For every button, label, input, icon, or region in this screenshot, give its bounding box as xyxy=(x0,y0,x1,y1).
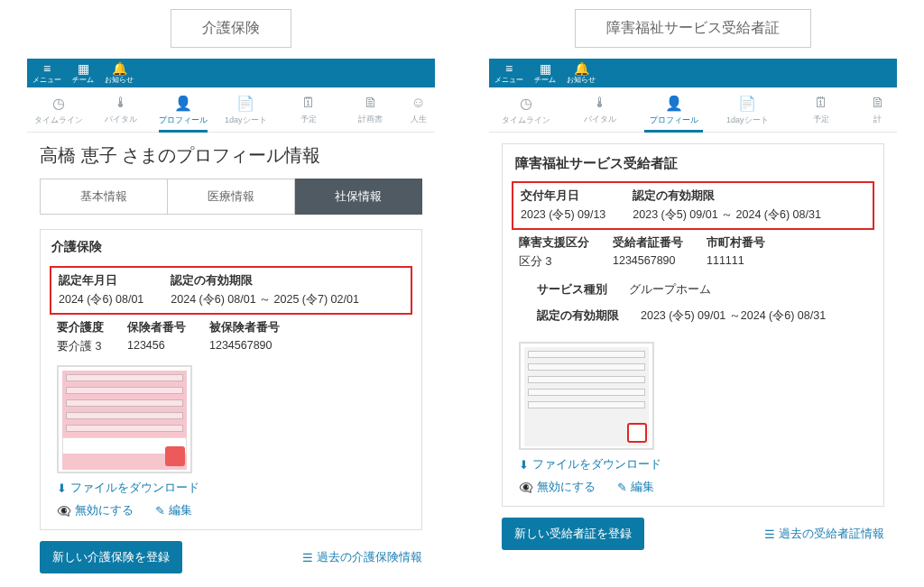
city-no-label: 市町村番号 xyxy=(707,235,765,251)
plan-icon: 🗎 xyxy=(860,95,895,111)
insured-no-value: 1234567890 xyxy=(209,339,280,352)
certificate-thumbnail[interactable] xyxy=(519,342,654,450)
plan-icon: 🗎 xyxy=(341,95,400,111)
tabbar: ◷ タイムライン 🌡 バイタル 👤 プロフィール 📄 1dayシート 🗓 予定 … xyxy=(27,87,435,133)
bell-icon: 🔔 xyxy=(567,62,596,75)
clock-icon: ◷ xyxy=(29,95,88,112)
user-icon: 👤 xyxy=(639,95,709,112)
highlight-box: 認定年月日 2024 (令6) 08/01 認定の有効期限 2024 (令6) … xyxy=(50,266,412,315)
notice-button[interactable]: 🔔 お知らせ xyxy=(567,62,596,85)
edit-action[interactable]: ✎ 編集 xyxy=(617,480,654,495)
issue-date-label: 交付年月日 xyxy=(521,188,605,204)
download-link[interactable]: ⬇ ファイルをダウンロード xyxy=(519,457,661,472)
register-button[interactable]: 新しい受給者証を登録 xyxy=(502,518,644,550)
tab-profile[interactable]: 👤 プロフィール xyxy=(637,91,711,132)
cert-no-value: 1234567890 xyxy=(613,254,683,267)
tab-timeline[interactable]: ◷ タイムライン xyxy=(489,91,563,132)
certificate-thumbnail[interactable] xyxy=(57,365,192,473)
subtab-social[interactable]: 社保情報 xyxy=(295,179,422,215)
register-button[interactable]: 新しい介護保険を登録 xyxy=(40,541,182,573)
grid-icon: ▦ xyxy=(534,62,556,75)
user-icon: 👤 xyxy=(153,95,212,112)
page-title: 高橋 恵子 さまのプロフィール情報 xyxy=(40,143,422,168)
menu-button[interactable]: ≡ メニュー xyxy=(32,62,61,85)
cert-no-label: 受給者証番号 xyxy=(613,235,683,251)
list-icon: ☰ xyxy=(302,551,313,564)
insurer-no-label: 保険者番号 xyxy=(127,320,186,335)
care-level-value: 要介護 3 xyxy=(57,339,104,354)
download-link[interactable]: ⬇ ファイルをダウンロード xyxy=(57,481,199,496)
team-button[interactable]: ▦ チーム xyxy=(534,62,556,85)
disable-action[interactable]: 👁‍🗨 無効にする xyxy=(519,480,596,495)
service-period-value: 2023 (令5) 09/01 ～2024 (令6) 08/31 xyxy=(641,308,826,324)
life-icon: ☺ xyxy=(403,95,433,111)
subtabs: 基本情報 医療情報 社保情報 xyxy=(40,179,422,215)
tab-vital[interactable]: 🌡 バイタル xyxy=(89,91,152,132)
tab-schedule[interactable]: 🗓 予定 xyxy=(277,91,339,132)
panel-title-right: 障害福祉サービス受給者証 xyxy=(575,9,811,48)
highlight-box: 交付年月日 2023 (令5) 09/13 認定の有効期限 2023 (令5) … xyxy=(512,181,874,230)
bell-icon: 🔔 xyxy=(105,62,134,75)
tab-plan[interactable]: 🗎 計 xyxy=(858,91,897,132)
service-type-label: サービス種別 xyxy=(537,282,607,298)
menu-button[interactable]: ≡ メニュー xyxy=(494,62,523,85)
care-level-label: 要介護度 xyxy=(57,320,104,335)
topbar: ≡ メニュー ▦ チーム 🔔 お知らせ xyxy=(27,59,435,87)
sheet-icon: 📄 xyxy=(712,95,782,112)
menu-icon: ≡ xyxy=(494,62,523,75)
issue-date-value: 2023 (令5) 09/13 xyxy=(521,207,605,223)
panel-title-left: 介護保険 xyxy=(171,9,291,48)
list-icon: ☰ xyxy=(764,527,775,541)
service-period-label: 認定の有効期限 xyxy=(537,308,619,324)
tab-oneday[interactable]: 📄 1dayシート xyxy=(215,91,277,132)
tab-vital[interactable]: 🌡 バイタル xyxy=(563,91,637,132)
team-button[interactable]: ▦ チーム xyxy=(72,62,94,85)
tab-timeline[interactable]: ◷ タイムライン xyxy=(27,91,89,132)
subtab-basic[interactable]: 基本情報 xyxy=(40,179,168,215)
clock-icon: ◷ xyxy=(491,95,561,112)
valid-period-label: 認定の有効期限 xyxy=(171,273,359,289)
support-cat-value: 区分 3 xyxy=(519,254,589,270)
pencil-icon: ✎ xyxy=(155,504,165,518)
insurer-no-value: 123456 xyxy=(127,339,186,352)
insurance-card: 介護保険 認定年月日 2024 (令6) 08/01 認定の有効期限 2024 … xyxy=(40,229,422,530)
tab-oneday[interactable]: 📄 1dayシート xyxy=(710,91,784,132)
service-type-value: グループホーム xyxy=(629,282,711,298)
calendar-icon: 🗓 xyxy=(786,95,856,111)
valid-period-value: 2023 (令5) 09/01 ～ 2024 (令6) 08/31 xyxy=(633,207,821,223)
city-no-value: 111111 xyxy=(707,254,765,267)
pencil-icon: ✎ xyxy=(617,481,627,494)
tab-schedule[interactable]: 🗓 予定 xyxy=(784,91,858,132)
grid-icon: ▦ xyxy=(72,62,94,75)
cert-date-value: 2024 (令6) 08/01 xyxy=(59,292,143,307)
thermometer-icon: 🌡 xyxy=(91,95,150,111)
eye-off-icon: 👁‍🗨 xyxy=(57,504,71,518)
calendar-icon: 🗓 xyxy=(279,95,337,111)
thermometer-icon: 🌡 xyxy=(565,95,635,111)
cert-date-label: 認定年月日 xyxy=(59,273,143,289)
valid-period-value: 2024 (令6) 08/01 ～ 2025 (令7) 02/01 xyxy=(171,292,359,307)
sheet-icon: 📄 xyxy=(217,95,275,112)
tab-life[interactable]: ☺ 人生 xyxy=(402,91,435,132)
edit-action[interactable]: ✎ 編集 xyxy=(155,503,192,518)
menu-icon: ≡ xyxy=(32,62,61,75)
tab-profile[interactable]: 👤 プロフィール xyxy=(152,91,214,132)
tab-plan[interactable]: 🗎 計画書 xyxy=(339,91,402,132)
valid-period-label: 認定の有効期限 xyxy=(633,188,821,204)
topbar-right: ≡ メニュー ▦ チーム 🔔 お知らせ xyxy=(489,59,897,87)
subtab-medical[interactable]: 医療情報 xyxy=(168,179,295,215)
disable-action[interactable]: 👁‍🗨 無効にする xyxy=(57,503,134,518)
history-link[interactable]: ☰ 過去の介護保険情報 xyxy=(302,550,422,565)
support-cat-label: 障害支援区分 xyxy=(519,235,589,251)
insured-no-label: 被保険者番号 xyxy=(209,320,280,335)
download-icon: ⬇ xyxy=(57,482,67,495)
recipient-card: 障害福祉サービス受給者証 交付年月日 2023 (令5) 09/13 認定の有効… xyxy=(502,143,884,507)
download-icon: ⬇ xyxy=(519,458,529,472)
card-title: 介護保険 xyxy=(41,230,421,259)
history-link[interactable]: ☰ 過去の受給者証情報 xyxy=(764,527,884,542)
card-title: 障害福祉サービス受給者証 xyxy=(503,144,883,174)
eye-off-icon: 👁‍🗨 xyxy=(519,481,533,494)
tabbar-right: ◷ タイムライン 🌡 バイタル 👤 プロフィール 📄 1dayシート 🗓 予定 … xyxy=(489,87,897,133)
notice-button[interactable]: 🔔 お知らせ xyxy=(105,62,134,85)
